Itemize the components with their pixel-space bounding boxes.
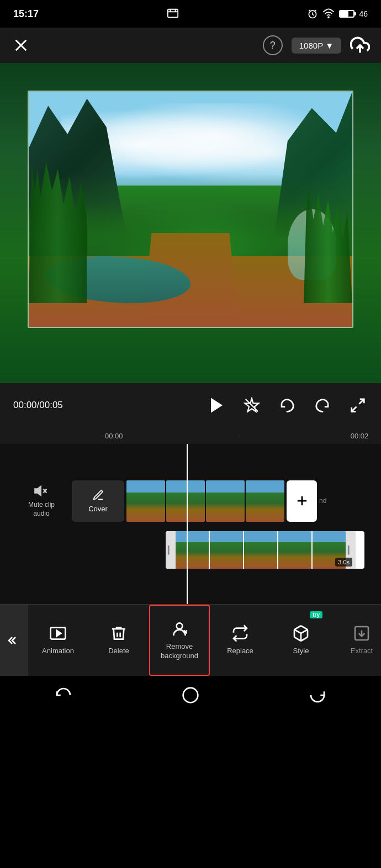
- video-background: [0, 63, 381, 383]
- svg-marker-11: [211, 399, 221, 412]
- current-time: 00:00: [13, 400, 37, 411]
- add-clip-button[interactable]: [287, 480, 317, 522]
- battery-icon: [339, 10, 354, 18]
- replace-icon: [231, 624, 249, 642]
- svg-marker-21: [56, 631, 61, 637]
- style-icon: [292, 624, 310, 642]
- thumb2-1: [176, 531, 209, 569]
- mute-audio-control[interactable]: Mute clipaudio: [0, 483, 72, 518]
- video-scene: [29, 92, 352, 327]
- toolbar-item-replace[interactable]: Replace: [210, 605, 271, 676]
- chevron-left-double-icon: [7, 634, 20, 647]
- wifi-icon: [322, 8, 335, 20]
- svg-point-28: [183, 688, 198, 703]
- svg-point-7: [329, 17, 330, 18]
- timeline-content: Mute clipaudio Cover: [0, 444, 381, 604]
- keyframe-button[interactable]: [242, 395, 262, 415]
- help-button[interactable]: ?: [263, 35, 283, 55]
- toolbar-item-extract[interactable]: Extract: [331, 605, 381, 676]
- help-label: ?: [270, 40, 276, 51]
- svg-marker-15: [35, 486, 41, 495]
- toolbar-items: Animation Delete Removebackground: [28, 605, 381, 676]
- home-icon: [182, 686, 199, 704]
- delete-icon: [110, 624, 128, 642]
- duration-badge: 3.0s: [335, 558, 352, 567]
- message-icon: [167, 8, 179, 20]
- thumb2-3: [244, 531, 277, 569]
- thumb-4: [246, 480, 284, 522]
- thumb-1: [126, 480, 165, 522]
- fullscreen-button[interactable]: [348, 395, 368, 415]
- export-button[interactable]: [350, 35, 370, 55]
- playhead: [187, 444, 188, 604]
- resolution-label: 1080P: [299, 41, 323, 50]
- toolbar-right: ? 1080P ▼: [263, 35, 370, 55]
- toolbar-item-style[interactable]: try Style: [271, 605, 331, 676]
- remove-bg-label: Removebackground: [161, 642, 198, 661]
- playback-controls: 00:00 / 00:05: [0, 383, 381, 427]
- resolution-button[interactable]: 1080P ▼: [292, 38, 341, 54]
- recent-nav-button[interactable]: [304, 681, 331, 709]
- back-nav-button[interactable]: [50, 681, 77, 709]
- extract-icon: [353, 624, 371, 642]
- remove-bg-icon: [171, 620, 188, 638]
- total-time: 00:05: [39, 400, 63, 411]
- redo-button[interactable]: [313, 395, 332, 415]
- video-preview: [0, 63, 381, 383]
- timeline-ruler: 00:00 · 00:02 ·: [0, 427, 381, 444]
- cover-label: Cover: [88, 505, 108, 513]
- control-buttons: [207, 395, 368, 415]
- ruler-dot-1: ·: [239, 433, 240, 438]
- thumb-2: [166, 480, 205, 522]
- status-time: 15:17: [13, 8, 39, 20]
- toolbar-left: [11, 35, 31, 55]
- try-badge: try: [310, 611, 322, 618]
- cover-clip[interactable]: Cover: [72, 480, 124, 522]
- mute-label: Mute clipaudio: [28, 501, 55, 518]
- svg-line-5: [309, 10, 310, 11]
- battery-level: 46: [359, 9, 368, 18]
- play-button[interactable]: [207, 395, 226, 415]
- track-clip-2[interactable]: ▎ ▎ 3.0s: [166, 531, 364, 569]
- home-nav-button[interactable]: [177, 681, 204, 709]
- video-thumbnails-row1: [126, 480, 284, 522]
- bottom-nav: [0, 676, 381, 714]
- svg-rect-0: [168, 9, 178, 18]
- mute-icon: [34, 483, 49, 499]
- svg-point-22: [177, 623, 183, 629]
- replace-label: Replace: [227, 647, 253, 656]
- animation-label: Animation: [42, 647, 74, 656]
- animation-icon: [49, 624, 67, 642]
- track-row-2: ▎ ▎ 3.0s: [0, 528, 381, 572]
- thumb2-4: [278, 531, 311, 569]
- toolbar-item-delete[interactable]: Delete: [88, 605, 149, 676]
- thumb-3: [206, 480, 245, 522]
- plus-icon: [294, 493, 310, 509]
- time-display: 00:00 / 00:05: [13, 400, 63, 411]
- track-row-1: Mute clipaudio Cover: [0, 476, 381, 526]
- status-bar: 15:17 46: [0, 0, 381, 28]
- timeline-area: 00:00 · 00:02 · Mute clipaudio Cover: [0, 427, 381, 604]
- toolbar-item-animation[interactable]: Animation: [28, 605, 88, 676]
- svg-line-6: [315, 10, 316, 11]
- resolution-arrow: ▼: [325, 41, 334, 50]
- status-right: 46: [307, 8, 368, 20]
- ruler-mark-1: 00:00: [105, 432, 123, 440]
- alarm-icon: [307, 8, 318, 19]
- thumb2-2: [210, 531, 243, 569]
- end-label: nd: [319, 497, 326, 505]
- delete-label: Delete: [108, 647, 129, 656]
- undo-button[interactable]: [277, 395, 297, 415]
- track-thumbnails-2: [176, 531, 346, 569]
- video-frame: [28, 91, 353, 328]
- toolbar-item-remove-background[interactable]: Removebackground: [149, 605, 210, 676]
- recent-icon: [309, 686, 326, 704]
- track-handle-left[interactable]: ▎: [166, 531, 176, 569]
- bottom-toolbar: Animation Delete Removebackground: [0, 604, 381, 676]
- ruler-mark-2: 00:02: [351, 432, 369, 440]
- toolbar-scroll-button[interactable]: [0, 605, 28, 676]
- top-toolbar: ? 1080P ▼: [0, 28, 381, 63]
- extract-label: Extract: [351, 647, 373, 656]
- edit-icon: [92, 489, 104, 501]
- close-button[interactable]: [11, 35, 31, 55]
